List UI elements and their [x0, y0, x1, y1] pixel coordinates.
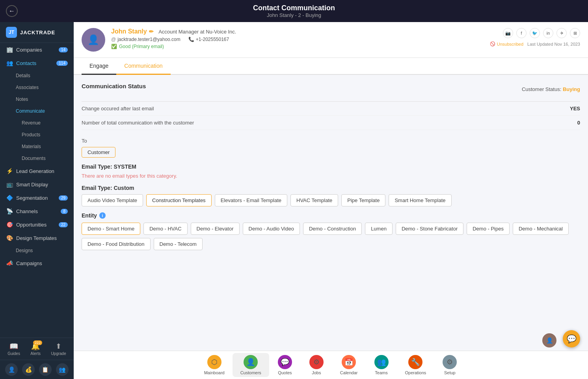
template-chip-pipe[interactable]: Pipe Template: [341, 194, 385, 206]
chat-bubble[interactable]: 💬: [563, 330, 580, 347]
nav-teams[interactable]: 👥 Teams: [366, 353, 397, 377]
template-chips: Audio Video Template Construction Templa…: [82, 194, 580, 206]
total-value: 0: [577, 120, 580, 126]
page-title: Contact Communication: [4, 4, 584, 12]
sidebar-item-companies[interactable]: 🏢 Companies 14: [0, 43, 74, 56]
sidebar-item-opportunities[interactable]: 🎯 Opportunities 22: [0, 218, 74, 231]
nav-mainboard[interactable]: ⬡ Mainboard: [196, 353, 233, 377]
status-row: Communication Status Customer Status: Bu…: [82, 83, 580, 95]
grid-icon[interactable]: ⊞: [570, 28, 580, 38]
sidebar-item-smart-display[interactable]: 📺 Smart Display: [0, 178, 74, 191]
sidebar-item-revenue[interactable]: Revenue: [0, 117, 74, 129]
sidebar-label-notes: Notes: [16, 97, 28, 102]
entity-chip-demo-stone-fabricator[interactable]: Demo - Stone Fabricator: [396, 223, 463, 235]
twitter-icon[interactable]: 🐦: [530, 28, 540, 38]
smart-display-icon: 📺: [6, 181, 13, 188]
last-updated: Last Updated Nov 16, 2023: [527, 42, 580, 46]
sidebar-item-design-templates[interactable]: 🎨 Design Templates: [0, 231, 74, 245]
entity-chip-demo-hvac[interactable]: Demo - HVAC: [143, 223, 187, 235]
sidebar-icon-list[interactable]: 📋: [39, 363, 52, 376]
design-templates-icon: 🎨: [6, 235, 13, 241]
contact-header: 👤 John Stanly ✏ Account Manager at Nu-Vo…: [74, 22, 588, 58]
sidebar-label-communicate: Communicate: [16, 108, 45, 114]
contact-name: John Stanly ✏: [111, 28, 154, 35]
nav-customers[interactable]: 👤 Customers: [233, 353, 269, 377]
to-chip[interactable]: Customer: [82, 147, 115, 158]
sidebar-guides[interactable]: 📖 Guides: [7, 342, 20, 356]
entity-chip-demo-audio-video[interactable]: Demo - Audio Video: [243, 223, 300, 235]
no-email-msg: There are no email types for this catego…: [82, 173, 580, 179]
sidebar-item-designs[interactable]: Designs: [0, 245, 74, 256]
template-chip-smart-home[interactable]: Smart Home Template: [389, 194, 451, 206]
operations-nav-icon: 🔧: [408, 355, 422, 369]
sidebar-upgrade[interactable]: ⬆ Upgrade: [51, 342, 66, 356]
contact-role: Account Manager at Nu-Voice Inc.: [158, 29, 236, 35]
back-button[interactable]: ←: [6, 5, 18, 17]
entity-chip-demo-mechanical[interactable]: Demo - Mechanical: [513, 223, 569, 235]
customers-nav-icon: 👤: [244, 355, 258, 369]
entity-chip-demo-construction[interactable]: Demo - Construction: [303, 223, 362, 235]
sidebar-icon-group[interactable]: 👥: [56, 363, 69, 376]
sidebar-item-campaigns[interactable]: 📣 Campaigns: [0, 256, 74, 270]
sidebar-item-details[interactable]: Details: [0, 70, 74, 82]
entity-chip-demo-elevator[interactable]: Demo - Elevator: [191, 223, 240, 235]
sidebar-label-designs: Designs: [16, 248, 33, 253]
telegram-icon[interactable]: ✈: [556, 28, 567, 38]
segmentation-icon: 🔷: [6, 195, 13, 201]
contacts-icon: 👥: [6, 60, 13, 66]
entity-chip-demo-smart-home[interactable]: Demo - Smart Home: [82, 223, 140, 235]
campaigns-icon: 📣: [6, 260, 13, 266]
nav-operations[interactable]: 🔧 Operations: [397, 353, 434, 377]
sidebar-item-segmentation[interactable]: 🔷 Segmentation 29: [0, 191, 74, 204]
contact-actions: 📷 f 🐦 in ✈ ⊞ 🚫 Unsubscribed Last Updated…: [490, 28, 580, 46]
entity-chip-demo-pipes[interactable]: Demo - Pipes: [467, 223, 510, 235]
sidebar-item-products[interactable]: Products: [0, 129, 74, 141]
sidebar-label-associates: Associates: [16, 85, 39, 90]
sidebar-item-lead-generation[interactable]: ⚡ Lead Generation: [0, 164, 74, 178]
sidebar-item-associates[interactable]: Associates: [0, 82, 74, 93]
sidebar-item-communicate[interactable]: Communicate: [0, 105, 74, 117]
sidebar-item-notes[interactable]: Notes: [0, 93, 74, 105]
facebook-icon[interactable]: f: [516, 28, 527, 38]
sidebar-icon-user[interactable]: 👤: [5, 363, 18, 376]
sidebar-item-contacts[interactable]: 👥 Contacts 114: [0, 56, 74, 70]
sidebar-label-campaigns: Campaigns: [16, 260, 42, 266]
nav-calendar[interactable]: 📅 Calendar: [332, 353, 366, 377]
mainboard-nav-icon: ⬡: [207, 355, 221, 369]
edit-icon[interactable]: ✏: [149, 28, 154, 35]
sidebar-label-segmentation: Segmentation: [16, 195, 48, 201]
sidebar-label-contacts: Contacts: [16, 60, 36, 66]
phone-icon: 📞: [188, 37, 194, 42]
nav-quotes[interactable]: 💬 Quotes: [269, 353, 301, 377]
sidebar-alerts[interactable]: 🔔 222 Alerts: [30, 342, 41, 356]
template-chip-elevators[interactable]: Elevators - Email Template: [215, 194, 287, 206]
opportunities-icon: 🎯: [6, 221, 13, 228]
bottom-nav: ⬡ Mainboard 👤 Customers 💬 Quotes ⚙ Jobs …: [74, 351, 588, 379]
linkedin-icon[interactable]: in: [543, 28, 553, 38]
sidebar-label-materials: Materials: [22, 144, 41, 149]
tab-communication[interactable]: Communication: [116, 58, 170, 75]
sidebar-logo: JT JACKTRADE: [0, 22, 74, 43]
template-chip-audio-video[interactable]: Audio Video Template: [82, 194, 143, 206]
template-chip-hvac[interactable]: HVAC Template: [290, 194, 338, 206]
sidebar-item-channels[interactable]: 📡 Channels 8: [0, 204, 74, 218]
email-type-custom-section: Email Type: Custom Audio Video Template …: [82, 185, 580, 206]
tab-engage[interactable]: Engage: [82, 58, 116, 75]
quotes-nav-icon: 💬: [278, 355, 292, 369]
entity-chip-demo-telecom[interactable]: Demo - Telecom: [154, 238, 203, 250]
sidebar-icon-dollar[interactable]: 💰: [22, 363, 35, 376]
customer-status-value: Buying: [563, 86, 580, 92]
entity-chip-demo-food-distribution[interactable]: Demo - Food Distribution: [82, 238, 151, 250]
sidebar-item-materials[interactable]: Materials: [0, 141, 74, 152]
to-label: To: [82, 138, 580, 144]
sidebar-label-products: Products: [22, 132, 40, 137]
template-chip-construction[interactable]: Construction Templates: [146, 194, 212, 206]
instagram-icon[interactable]: 📷: [503, 28, 513, 38]
user-avatar-corner[interactable]: 👤: [542, 333, 556, 347]
nav-setup[interactable]: ⚙ Setup: [434, 353, 465, 377]
page-subtitle: John Stanly - 2 - Buying: [4, 12, 584, 18]
sidebar-item-documents[interactable]: Documents: [0, 152, 74, 164]
entity-chip-lumen[interactable]: Lumen: [365, 223, 393, 235]
change-value: YES: [570, 106, 580, 111]
nav-jobs[interactable]: ⚙ Jobs: [301, 353, 332, 377]
